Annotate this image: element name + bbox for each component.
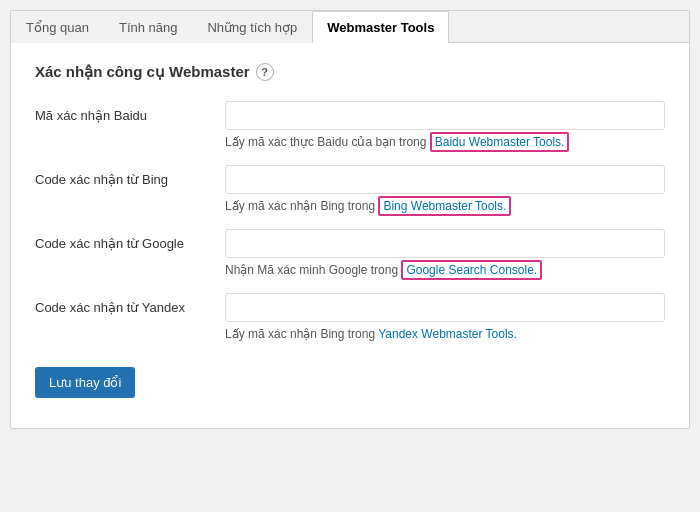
form-row-google: Code xác nhận từ Google Nhận Mã xác minh… <box>35 229 665 277</box>
tab-tinh-nang[interactable]: Tính năng <box>104 11 193 43</box>
save-button[interactable]: Lưu thay đổi <box>35 367 135 398</box>
tab-nhung-tich-hop[interactable]: Những tích hợp <box>192 11 312 43</box>
label-bing: Code xác nhận từ Bing <box>35 172 225 187</box>
form-main-baidu: Mã xác nhận Baidu <box>35 101 665 130</box>
help-icon[interactable]: ? <box>256 63 274 81</box>
input-baidu[interactable] <box>225 101 665 130</box>
hint-bing: Lấy mã xác nhận Bing trong Bing Webmaste… <box>225 199 665 213</box>
form-main-yandex: Code xác nhận từ Yandex <box>35 293 665 322</box>
section-title: Xác nhận công cụ Webmaster ? <box>35 63 665 81</box>
input-google[interactable] <box>225 229 665 258</box>
tabs-bar: Tổng quan Tính năng Những tích hợp Webma… <box>11 11 689 43</box>
label-yandex: Code xác nhận từ Yandex <box>35 300 225 315</box>
input-wrap-yandex <box>225 293 665 322</box>
form-main-google: Code xác nhận từ Google <box>35 229 665 258</box>
link-google[interactable]: Google Search Console. <box>401 260 542 280</box>
tab-webmaster-tools[interactable]: Webmaster Tools <box>312 11 449 43</box>
form-row-baidu: Mã xác nhận Baidu Lấy mã xác thực Baidu … <box>35 101 665 149</box>
section-title-text: Xác nhận công cụ Webmaster <box>35 63 250 81</box>
input-wrap-google <box>225 229 665 258</box>
link-bing[interactable]: Bing Webmaster Tools. <box>378 196 511 216</box>
hint-text-google: Nhận Mã xác minh Google trong <box>225 263 401 277</box>
input-wrap-bing <box>225 165 665 194</box>
page-wrapper: Tổng quan Tính năng Những tích hợp Webma… <box>10 10 690 429</box>
hint-yandex: Lấy mã xác nhận Bing trong Yandex Webmas… <box>225 327 665 341</box>
label-google: Code xác nhận từ Google <box>35 236 225 251</box>
hint-text-bing: Lấy mã xác nhận Bing trong <box>225 199 378 213</box>
tab-tong-quan[interactable]: Tổng quan <box>11 11 104 43</box>
hint-text-baidu: Lấy mã xác thực Baidu của bạn trong <box>225 135 430 149</box>
hint-baidu: Lấy mã xác thực Baidu của bạn trong Baid… <box>225 135 665 149</box>
hint-text-yandex: Lấy mã xác nhận Bing trong <box>225 327 378 341</box>
form-row-bing: Code xác nhận từ Bing Lấy mã xác nhận Bi… <box>35 165 665 213</box>
link-baidu[interactable]: Baidu Webmaster Tools. <box>430 132 570 152</box>
content-area: Xác nhận công cụ Webmaster ? Mã xác nhận… <box>11 43 689 428</box>
label-baidu: Mã xác nhận Baidu <box>35 108 225 123</box>
form-main-bing: Code xác nhận từ Bing <box>35 165 665 194</box>
link-yandex[interactable]: Yandex Webmaster Tools. <box>378 327 517 341</box>
input-bing[interactable] <box>225 165 665 194</box>
form-row-yandex: Code xác nhận từ Yandex Lấy mã xác nhận … <box>35 293 665 341</box>
input-yandex[interactable] <box>225 293 665 322</box>
input-wrap-baidu <box>225 101 665 130</box>
hint-google: Nhận Mã xác minh Google trong Google Sea… <box>225 263 665 277</box>
